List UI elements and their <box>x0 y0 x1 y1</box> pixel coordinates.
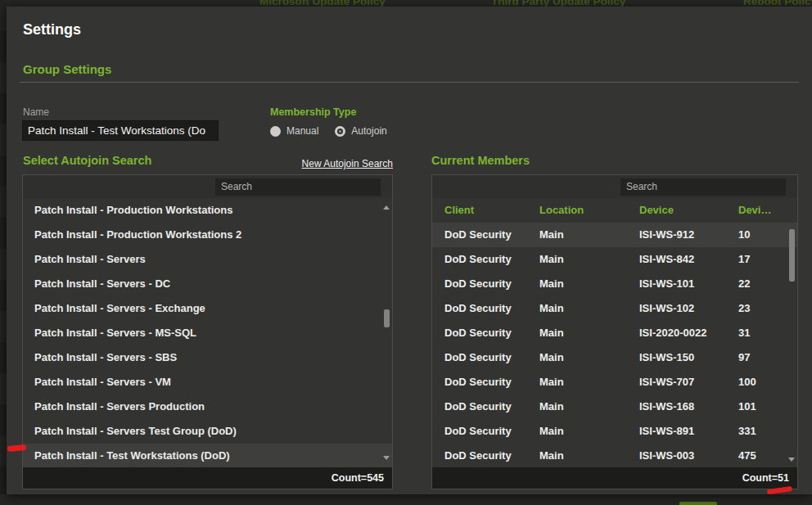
current-members-panel: ClientLocationDeviceDevi… DoD SecurityMa… <box>431 174 798 489</box>
autojoin-count: Count=545 <box>332 472 392 484</box>
table-row[interactable]: DoD SecurityMainISI-WS-15097 <box>432 345 797 370</box>
autojoin-search-option[interactable]: Patch Install - Test Workstations (DoD) <box>23 444 392 467</box>
column-header[interactable]: Device <box>627 198 726 223</box>
table-row[interactable]: DoD SecurityMainISI-WS-891331 <box>432 419 797 444</box>
table-cell: Main <box>527 223 627 247</box>
table-row[interactable]: DoD SecurityMainISI-WS-84217 <box>432 247 797 272</box>
table-cell: DoD Security <box>432 272 527 296</box>
autojoin-search-option[interactable]: Patch Install - Servers - DC <box>23 272 392 296</box>
radio-label: Manual <box>286 125 318 137</box>
table-cell: ISI-WS-102 <box>627 296 726 321</box>
autojoin-search-option[interactable]: Patch Install - Servers - VM <box>23 370 392 395</box>
table-row[interactable]: DoD SecurityMainISI-2020-002231 <box>432 321 797 345</box>
autojoin-search-list: Patch Install - Production WorkstationsP… <box>23 198 392 467</box>
autojoin-search-option[interactable]: Patch Install - Production Workstations … <box>23 223 392 247</box>
autojoin-search-option[interactable]: Patch Install - Production Workstations <box>23 198 392 223</box>
table-cell: DoD Security <box>432 444 527 467</box>
table-row[interactable]: DoD SecurityMainISI-WS-168101 <box>432 395 797 419</box>
table-cell: DoD Security <box>432 345 527 370</box>
current-members-heading: Current Members <box>431 154 530 167</box>
table-cell: ISI-WS-912 <box>627 223 726 247</box>
members-count: Count=51 <box>742 472 797 484</box>
table-cell: ISI-WS-003 <box>627 444 726 467</box>
autojoin-search-option[interactable]: Patch Install - Servers - SBS <box>23 345 392 370</box>
group-name-input[interactable] <box>22 120 219 141</box>
members-count-bar: Count=51 <box>432 467 797 489</box>
scroll-up-icon[interactable] <box>383 205 390 210</box>
table-cell: Main <box>527 272 627 296</box>
table-row[interactable]: DoD SecurityMainISI-WS-91210 <box>432 223 797 247</box>
members-table-body: DoD SecurityMainISI-WS-91210DoD Security… <box>432 223 797 467</box>
table-cell: DoD Security <box>432 296 527 321</box>
current-members-panel-header <box>432 175 797 198</box>
table-row[interactable]: DoD SecurityMainISI-WS-10122 <box>432 272 797 296</box>
table-cell: Main <box>527 321 627 345</box>
members-search-input[interactable] <box>620 178 786 196</box>
members-table-body-wrap: DoD SecurityMainISI-WS-91210DoD Security… <box>432 223 797 467</box>
table-cell: DoD Security <box>432 370 527 395</box>
table-cell: ISI-WS-842 <box>627 247 726 272</box>
autojoin-search-option[interactable]: Patch Install - Servers - Exchange <box>23 296 392 321</box>
autojoin-search-list-items: Patch Install - Production WorkstationsP… <box>23 198 392 467</box>
new-autojoin-search-link[interactable]: New Autojoin Search <box>302 158 393 169</box>
table-cell: Main <box>527 395 627 419</box>
column-header[interactable]: Devi… <box>726 198 797 223</box>
table-cell: DoD Security <box>432 223 527 247</box>
table-cell: DoD Security <box>432 395 527 419</box>
table-cell: Main <box>527 247 627 272</box>
table-cell: ISI-WS-101 <box>627 272 726 296</box>
members-table-header: ClientLocationDeviceDevi… <box>432 198 797 223</box>
background-green-button-sliver <box>679 502 717 505</box>
column-header[interactable]: Location <box>527 198 627 223</box>
table-row[interactable]: DoD SecurityMainISI-WS-10223 <box>432 296 797 321</box>
table-cell: DoD Security <box>432 419 527 444</box>
autojoin-list-scrollbar[interactable] <box>381 198 392 467</box>
table-cell: Main <box>527 419 627 444</box>
autojoin-search-panel-header <box>23 175 392 198</box>
table-row[interactable]: DoD SecurityMainISI-WS-003475 <box>432 444 797 467</box>
scrollbar-thumb[interactable] <box>384 309 390 327</box>
table-row[interactable]: DoD SecurityMainISI-WS-707100 <box>432 370 797 395</box>
table-cell: DoD Security <box>432 321 527 345</box>
radio-label: Autojoin <box>351 125 386 137</box>
autojoin-search-option[interactable]: Patch Install - Servers - MS-SQL <box>23 321 392 345</box>
section-divider <box>20 82 799 83</box>
autojoin-search-panel: Patch Install - Production WorkstationsP… <box>22 174 393 489</box>
modal-title: Settings <box>23 21 81 38</box>
table-cell: ISI-WS-168 <box>627 395 726 419</box>
scroll-down-icon[interactable] <box>383 456 390 460</box>
scrollbar-thumb[interactable] <box>789 229 795 282</box>
membership-type-label: Membership Type <box>270 106 356 118</box>
radio-option-autojoin[interactable]: Autojoin <box>335 125 386 137</box>
autojoin-search-option[interactable]: Patch Install - Servers <box>23 247 392 272</box>
table-cell: Main <box>527 345 627 370</box>
column-header[interactable]: Client <box>432 198 527 223</box>
table-cell: ISI-WS-707 <box>627 370 726 395</box>
table-cell: DoD Security <box>432 247 527 272</box>
group-settings-heading: Group Settings <box>23 62 111 76</box>
autojoin-search-option[interactable]: Patch Install - Servers Test Group (DoD) <box>23 419 392 444</box>
membership-type-radio-group: ManualAutojoin <box>270 125 387 137</box>
settings-modal: Settings Group Settings Name Membership … <box>7 7 812 494</box>
radio-icon[interactable] <box>270 126 281 137</box>
table-cell: Main <box>527 444 627 467</box>
radio-option-manual[interactable]: Manual <box>270 125 318 137</box>
table-cell: ISI-2020-0022 <box>627 321 726 345</box>
radio-icon[interactable] <box>335 126 345 137</box>
table-cell: ISI-WS-150 <box>627 345 726 370</box>
table-cell: ISI-WS-891 <box>627 419 726 444</box>
new-autojoin-search-wrap: New Autojoin Search <box>22 156 393 170</box>
table-cell: Main <box>527 296 627 321</box>
members-table-scrollbar[interactable] <box>786 223 797 467</box>
autojoin-search-input[interactable] <box>215 178 381 196</box>
scroll-down-icon[interactable] <box>788 458 795 462</box>
autojoin-search-option[interactable]: Patch Install - Servers Production <box>23 395 392 419</box>
table-cell: Main <box>527 370 627 395</box>
autojoin-count-bar: Count=545 <box>23 467 392 489</box>
name-label: Name <box>23 106 49 118</box>
